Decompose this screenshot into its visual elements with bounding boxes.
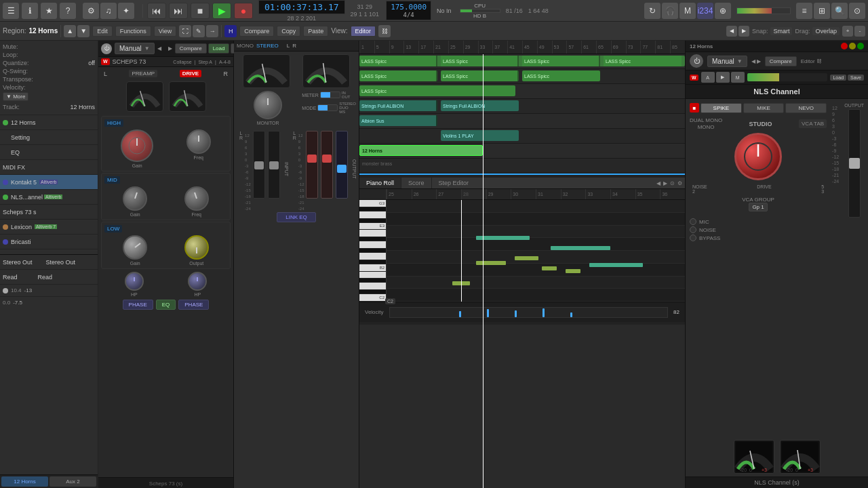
gp1-btn[interactable]: Gp 1 [749,203,767,211]
right-arrow-icon[interactable]: ▶ [738,26,749,37]
high-freq-knob[interactable] [186,129,211,154]
search-icon[interactable]: 🔍 [831,3,848,19]
hp-knob-left[interactable] [125,272,144,291]
play-button[interactable]: ▶ [212,3,231,19]
noise-radio[interactable]: NOISE [690,226,827,233]
mid-gain-knob[interactable] [123,186,147,211]
piano-roll-tab[interactable]: Piano Roll [359,178,401,188]
arrow-up-icon[interactable]: ▲ [64,25,76,37]
settings-icon[interactable]: ⚙ [83,3,99,19]
output-icon[interactable]: ⊕ [715,3,731,19]
output-fader-mono[interactable] [336,131,348,199]
midifx-item[interactable]: MIDI FX [0,160,98,175]
nls-minimize-btn[interactable] [849,43,856,49]
paste-button[interactable]: Paste [303,26,328,37]
pr-note-6[interactable] [566,269,580,273]
edit2-icon[interactable]: ✎ [193,25,205,37]
nls-maximize-btn[interactable] [857,43,864,49]
pr-note-3[interactable] [476,261,506,265]
kontakt-item[interactable]: Kontakt 5 Altiverb [0,175,98,190]
zoom-icon[interactable]: ⊙ [849,3,865,19]
bypass-radio[interactable]: BYPASS [690,235,827,241]
step-editor-tab[interactable]: Step Editor [432,178,476,188]
menu-icon[interactable]: ☰ [3,3,19,19]
eq-button[interactable]: EQ [156,300,176,310]
nls-output-fader[interactable] [848,109,861,218]
output-fader-right[interactable] [321,131,333,199]
headphone-icon[interactable]: 🎧 [662,3,678,19]
master-volume[interactable] [736,7,791,14]
power-icon[interactable]: ⏻ [101,43,112,54]
sync-icon[interactable]: ↻ [644,3,660,19]
channel-icon[interactable]: i234 [697,3,713,19]
plugin-compare-btn[interactable]: Compare [175,43,207,54]
pr-note-4[interactable] [515,256,538,260]
setting-item[interactable]: Setting [0,130,98,145]
bottom-track-btn1[interactable]: 12 Horns [1,476,48,487]
lexicon-item[interactable]: Lexicon Altiverb 7 [0,220,98,235]
nls-nav-left-icon[interactable]: ◀ [751,58,755,64]
arrow-down-icon[interactable]: ▼ [77,25,90,37]
hp-knob-right[interactable] [188,272,207,291]
input-fader-right[interactable] [268,131,280,199]
h-button[interactable]: H [224,25,237,37]
help-icon[interactable]: ? [60,3,76,19]
vca-tab-btn[interactable]: VCA TAB [799,119,827,128]
link-eq-button[interactable]: LINK EQ [277,212,316,222]
mid-freq-knob[interactable] [184,186,209,211]
list-icon[interactable]: ≡ [796,3,812,19]
bottom-track-btn2[interactable]: Aux 2 [50,476,96,487]
nav-right-icon[interactable]: ▶ [165,45,175,52]
bricasti-item[interactable]: Bricasti [0,235,98,249]
pr-note-7[interactable] [589,263,643,267]
editor-view-btn[interactable]: Editor [351,26,376,37]
zoom-out-icon[interactable]: - [854,26,865,37]
input-fader-left[interactable] [253,131,265,199]
pr-note-1[interactable] [476,236,530,240]
rewind-button[interactable]: ⏮ [147,3,166,19]
high-gain-knob[interactable] [121,129,153,162]
pr-settings-icon[interactable]: ⚙ [677,180,682,186]
stereo-out-item[interactable]: Stereo Out Stereo Out [0,255,98,270]
stop-button[interactable]: ■ [191,3,210,19]
nls-load-btn[interactable]: Load [830,75,846,81]
pr-nav-left-icon[interactable]: ◀ [656,180,660,186]
nls-close-btn[interactable] [841,43,848,49]
phase2-button[interactable]: PHASE [178,300,209,310]
piano-roll-grid[interactable] [387,200,685,302]
nls-drive-knob[interactable] [734,133,782,180]
info-icon[interactable]: ℹ [22,3,38,19]
resize-icon[interactable]: ⛶ [179,25,191,37]
nls-power-icon[interactable]: ⏻ [690,54,703,68]
low-gain-knob[interactable] [123,235,147,260]
snap-value[interactable]: Smart [770,27,792,35]
monitor-knob[interactable] [254,91,282,119]
channel-item[interactable]: 12 Horns [0,115,98,130]
edit-button[interactable]: Edit [92,26,113,37]
more-button[interactable]: ▼ More [3,92,28,101]
phase-button[interactable]: PHASE [123,300,153,310]
drag-value[interactable]: Overlap [812,27,840,35]
nls-nav-right-icon[interactable]: ▶ [757,58,761,64]
eq-item[interactable]: EQ [0,145,98,160]
mike-button[interactable]: MIKE [743,103,785,113]
nevo-button[interactable]: NEVO [785,103,827,113]
mic-radio[interactable]: MIC [690,218,827,225]
zoom-in-icon[interactable]: + [842,26,853,37]
audio-icon[interactable]: ♫ [100,3,117,19]
left-arrow-icon[interactable]: ◀ [726,26,737,37]
pr-note-5[interactable] [542,266,557,270]
copy-button[interactable]: Copy [277,26,300,37]
manual-dropdown[interactable]: Manual ▼ [115,43,155,54]
pr-zoom-icon[interactable]: ⊙ [670,180,675,186]
tools-icon[interactable]: ✦ [118,3,134,19]
scheps-item[interactable]: Scheps 73 s [0,205,98,220]
link-icon[interactable]: ⛓ [378,25,391,37]
read-item[interactable]: Read Read [0,270,98,285]
low-output-knob[interactable] [184,235,209,260]
nav-left-icon[interactable]: ◀ [155,45,164,52]
score-tab[interactable]: Score [401,178,432,188]
nls-manual-dropdown[interactable]: Manual ▼ [707,56,747,67]
spike-button[interactable]: SPIKE [701,103,742,113]
fast-forward-button[interactable]: ⏭ [169,3,188,19]
